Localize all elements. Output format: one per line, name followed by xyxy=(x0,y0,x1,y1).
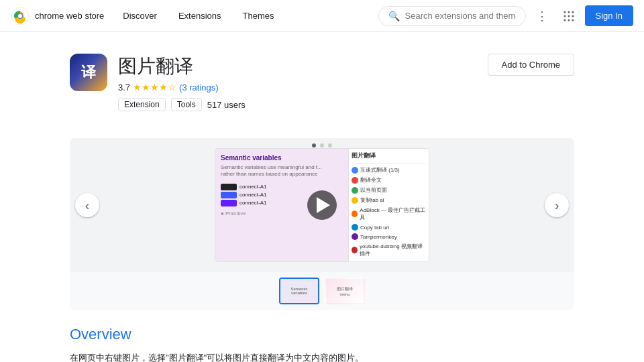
stars-display: ★★★★☆ xyxy=(133,82,176,93)
search-input[interactable] xyxy=(405,11,516,21)
dot-3 xyxy=(328,143,332,147)
svg-point-7 xyxy=(568,15,570,17)
ext-rating-row: 3.7 ★★★★☆ (3 ratings) xyxy=(118,82,477,93)
ext-info: 图片翻译 3.7 ★★★★☆ (3 ratings) Extension Too… xyxy=(118,54,477,111)
extension-title: 图片翻译 xyxy=(118,54,477,79)
screenshot-thumbnails: Semanticvariables 图片翻译menu xyxy=(70,272,574,310)
play-button[interactable] xyxy=(307,190,337,220)
ss-panel-desc: Semantic variables use meaningful and f.… xyxy=(221,164,343,178)
overview-section: Overview 在网页中右键图片，选择"图片翻译"可以将图片直接翻译为中文内容… xyxy=(70,326,574,362)
logo[interactable]: chrome web store xyxy=(11,7,104,25)
rating-count-link[interactable]: (3 ratings) xyxy=(179,82,219,93)
screenshot-image: Semantic variables Semantic variables us… xyxy=(215,148,429,262)
overview-paragraph-1: 在网页中右键图片，选择"图片翻译"可以将图片直接翻译为中文内容的图片。 xyxy=(70,351,574,362)
apps-button[interactable] xyxy=(558,5,580,27)
page-wrapper: chrome web store Discover Extensions The… xyxy=(0,0,644,362)
tag-tools: Tools xyxy=(171,98,202,111)
svg-point-3 xyxy=(564,11,566,13)
ext-tags: Extension Tools 517 users xyxy=(118,98,477,111)
extension-icon: 译 xyxy=(70,54,107,91)
header: chrome web store Discover Extensions The… xyxy=(0,0,644,32)
ss-panel-title: Semantic variables xyxy=(221,154,343,162)
carousel-dots xyxy=(312,143,332,147)
thumbnail-2[interactable]: 图片翻译menu xyxy=(325,278,365,304)
ss-panel-right: 图片翻译 互速式翻译 (1/3) 翻译全文 以当前页面 复制tab al AdB… xyxy=(348,149,429,261)
overview-title: Overview xyxy=(70,326,574,343)
thumbnail-1[interactable]: Semanticvariables xyxy=(279,278,319,304)
main-nav: Discover Extensions Themes xyxy=(115,8,367,23)
nav-themes[interactable]: Themes xyxy=(235,8,282,23)
tag-extension: Extension xyxy=(118,98,166,111)
main-content: 译 图片翻译 3.7 ★★★★☆ (3 ratings) Extension T… xyxy=(54,32,590,362)
svg-point-2 xyxy=(18,14,22,18)
carousel-prev-button[interactable]: ‹ xyxy=(75,193,99,217)
chrome-logo-icon xyxy=(11,7,30,25)
rating-value: 3.7 xyxy=(118,82,130,93)
carousel-next-button[interactable]: › xyxy=(545,193,569,217)
nav-discover[interactable]: Discover xyxy=(115,8,165,23)
svg-point-11 xyxy=(572,19,574,21)
header-right: 🔍 ⋮ Sign In xyxy=(378,5,633,27)
users-count: 517 users xyxy=(207,100,246,110)
play-icon xyxy=(317,197,330,213)
search-icon: 🔍 xyxy=(388,11,400,21)
svg-point-8 xyxy=(572,15,574,17)
grid-icon xyxy=(563,10,575,22)
carousel-main-view: 义变量 ‹ Semantic variables Semantic variab… xyxy=(70,138,574,272)
right-arrow-icon: › xyxy=(555,198,559,213)
ext-header: 译 图片翻译 3.7 ★★★★☆ (3 ratings) Extension T… xyxy=(70,54,477,111)
svg-point-10 xyxy=(568,19,570,21)
dot-1 xyxy=(312,143,316,147)
extension-icon-char: 译 xyxy=(81,62,96,82)
add-to-chrome-button[interactable]: Add to Chrome xyxy=(488,54,574,76)
search-box[interactable]: 🔍 xyxy=(378,6,526,26)
logo-text: chrome web store xyxy=(35,11,104,21)
thumb-1-preview: Semanticvariables xyxy=(280,279,318,303)
thumb-2-preview: 图片翻译menu xyxy=(326,279,364,303)
sign-in-button[interactable]: Sign In xyxy=(585,5,633,26)
svg-point-4 xyxy=(568,11,570,13)
dots-icon: ⋮ xyxy=(536,9,548,23)
nav-extensions[interactable]: Extensions xyxy=(170,8,229,23)
svg-point-6 xyxy=(564,15,566,17)
svg-point-5 xyxy=(572,11,574,13)
screenshot-carousel: 义变量 ‹ Semantic variables Semantic variab… xyxy=(70,138,574,310)
left-arrow-icon: ‹ xyxy=(85,198,90,213)
svg-point-9 xyxy=(564,19,566,21)
dot-2 xyxy=(320,143,324,147)
more-options-button[interactable]: ⋮ xyxy=(531,5,553,27)
ss-menu-header: 图片翻译 xyxy=(352,152,426,160)
